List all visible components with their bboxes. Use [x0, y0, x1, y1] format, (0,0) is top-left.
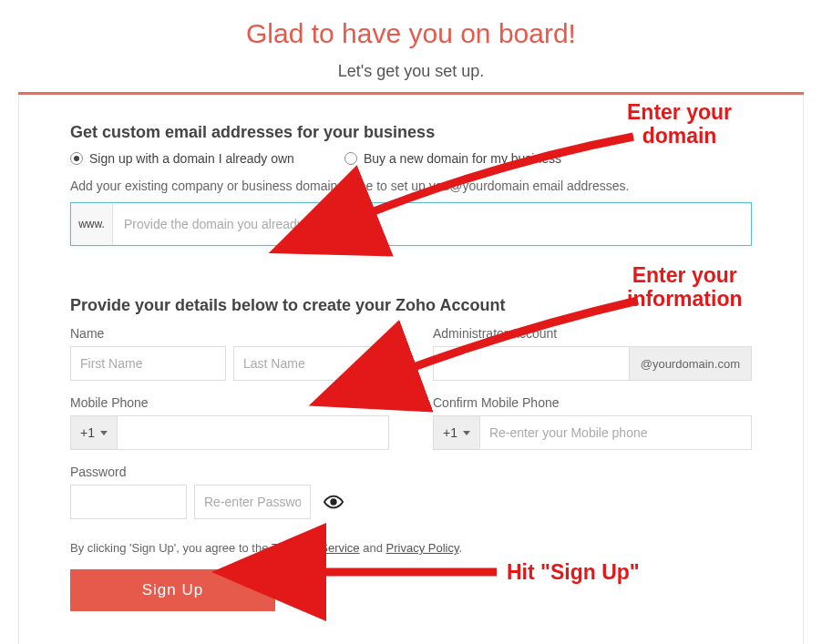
- radio-icon: [344, 152, 357, 165]
- terms-suffix: .: [458, 541, 462, 555]
- eye-icon: [324, 492, 344, 512]
- radio-own-domain[interactable]: Sign up with a domain I already own: [70, 151, 294, 166]
- details-section-heading: Provide your details below to create you…: [70, 296, 752, 315]
- chevron-down-icon: [463, 431, 470, 435]
- name-label: Name: [70, 326, 389, 341]
- domain-help-text: Add your existing company or business do…: [70, 179, 752, 193]
- show-password-button[interactable]: [318, 485, 348, 519]
- terms-of-service-link[interactable]: Terms of Service: [272, 541, 360, 555]
- last-name-input[interactable]: [233, 346, 389, 381]
- confirm-mobile-code-value: +1: [443, 425, 457, 440]
- page-title: Glad to have you on board!: [0, 18, 822, 49]
- confirm-mobile-country-code-select[interactable]: +1: [433, 415, 480, 450]
- domain-radio-group: Sign up with a domain I already own Buy …: [70, 151, 752, 166]
- domain-input[interactable]: [113, 203, 751, 245]
- terms-text: By clicking 'Sign Up', you agree to the …: [70, 541, 752, 555]
- terms-prefix: By clicking 'Sign Up', you agree to the: [70, 541, 272, 555]
- password-input[interactable]: [70, 485, 187, 519]
- password-label: Password: [70, 465, 389, 479]
- mobile-country-code-select[interactable]: +1: [70, 415, 118, 450]
- radio-buy-domain[interactable]: Buy a new domain for my business: [344, 151, 561, 166]
- mobile-code-value: +1: [80, 425, 95, 440]
- confirm-mobile-phone-input[interactable]: [480, 415, 752, 450]
- radio-own-label: Sign up with a domain I already own: [89, 151, 294, 166]
- chevron-down-icon: [100, 431, 108, 435]
- admin-account-label: Administrator Account: [433, 326, 752, 341]
- svg-point-0: [331, 499, 336, 505]
- terms-mid: and: [360, 541, 386, 555]
- admin-account-input[interactable]: [433, 346, 629, 381]
- mobile-label: Mobile Phone: [70, 395, 389, 410]
- domain-input-wrap: www.: [70, 202, 752, 246]
- first-name-input[interactable]: [70, 346, 226, 381]
- privacy-policy-link[interactable]: Privacy Policy: [386, 541, 459, 555]
- radio-icon: [70, 152, 83, 165]
- confirm-mobile-label: Confirm Mobile Phone: [433, 395, 752, 410]
- mobile-phone-input[interactable]: [118, 415, 389, 450]
- radio-buy-label: Buy a new domain for my business: [364, 151, 561, 166]
- domain-section-heading: Get custom email addresses for your busi…: [70, 123, 752, 142]
- confirm-password-input[interactable]: [194, 485, 311, 519]
- admin-domain-suffix: @yourdomain.com: [629, 346, 752, 381]
- page-subtitle: Let's get you set up.: [0, 62, 822, 81]
- sign-up-button[interactable]: Sign Up: [70, 569, 275, 611]
- domain-www-prefix: www.: [71, 203, 113, 245]
- signup-card: Get custom email addresses for your busi…: [18, 95, 804, 644]
